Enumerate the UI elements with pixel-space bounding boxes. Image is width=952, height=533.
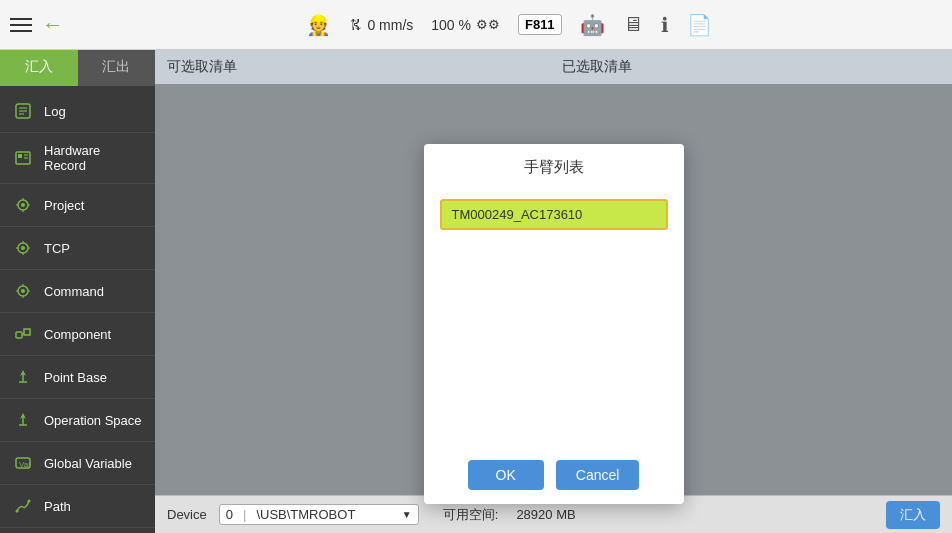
- sidebar-label-component: Component: [44, 327, 143, 342]
- sidebar-label-project: Project: [44, 198, 143, 213]
- svg-point-21: [21, 289, 25, 293]
- speed-display: ⛕ 0 mm/s: [349, 17, 413, 33]
- content-body: 手臂列表 TM000249_AC173610 OK Cancel: [155, 84, 952, 495]
- svg-point-35: [28, 500, 31, 503]
- point-base-icon: [12, 366, 34, 388]
- device-select[interactable]: 0 | \USB\TMROBOT ▼: [219, 504, 419, 525]
- sidebar-label-log: Log: [44, 104, 143, 119]
- sidebar-item-operation-space[interactable]: Operation Space: [0, 399, 155, 442]
- svg-point-34: [16, 510, 19, 513]
- sidebar-label-global-variable: Global Variable: [44, 456, 143, 471]
- sidebar-label-command: Command: [44, 284, 143, 299]
- space-label: 可用空间:: [443, 506, 499, 524]
- command-icon: [12, 280, 34, 302]
- sidebar: 汇入 汇出 Log Hardware Record Project: [0, 50, 155, 533]
- device-number: 0: [226, 507, 233, 522]
- upload-button[interactable]: 汇入: [886, 501, 940, 529]
- modal-footer: OK Cancel: [424, 450, 684, 504]
- svg-rect-26: [16, 332, 22, 338]
- log-icon: [12, 100, 34, 122]
- content-header: 可选取清单 已选取清单: [155, 50, 952, 84]
- project-icon: [12, 194, 34, 216]
- modal-overlay: 手臂列表 TM000249_AC173610 OK Cancel: [155, 84, 952, 495]
- sidebar-label-path: Path: [44, 499, 143, 514]
- f811-badge: F811: [518, 14, 562, 35]
- path-icon: [12, 495, 34, 517]
- selected-list-label: 已选取清单: [562, 58, 941, 76]
- available-list-label: 可选取清单: [167, 58, 546, 76]
- tab-import[interactable]: 汇入: [0, 50, 78, 86]
- settings-icon: ⚙⚙: [476, 17, 500, 32]
- tab-export[interactable]: 汇出: [78, 50, 156, 86]
- svg-point-9: [21, 203, 25, 207]
- sidebar-label-operation-space: Operation Space: [44, 413, 143, 428]
- dropdown-arrow-icon: ▼: [402, 509, 412, 520]
- component-icon: [12, 323, 34, 345]
- sidebar-label-point-base: Point Base: [44, 370, 143, 385]
- back-icon[interactable]: ←: [42, 12, 64, 38]
- content-area: 可选取清单 已选取清单 手臂列表 TM000249_AC173610 OK Ca…: [155, 50, 952, 533]
- sidebar-item-path[interactable]: Path: [0, 485, 155, 528]
- modal-ok-button[interactable]: OK: [468, 460, 544, 490]
- robot-status-icon: 👷: [306, 13, 331, 37]
- sidebar-label-hardware-record: Hardware Record: [44, 143, 143, 173]
- sidebar-label-tcp: TCP: [44, 241, 143, 256]
- menu-icon[interactable]: [10, 18, 32, 32]
- topbar: ← 👷 ⛕ 0 mm/s 100 % ⚙⚙ F811 🤖 🖥 ℹ 📄: [0, 0, 952, 50]
- modal-dialog: 手臂列表 TM000249_AC173610 OK Cancel: [424, 144, 684, 504]
- modal-title: 手臂列表: [424, 144, 684, 187]
- doc-icon: 📄: [687, 13, 712, 37]
- operation-space-icon: [12, 409, 34, 431]
- tcp-icon: [12, 237, 34, 259]
- sidebar-tabs: 汇入 汇出: [0, 50, 155, 86]
- speed-icon: ⛕: [349, 17, 362, 32]
- sidebar-item-global-variable[interactable]: Var Global Variable: [0, 442, 155, 485]
- global-variable-icon: Var: [12, 452, 34, 474]
- modal-body: TM000249_AC173610: [424, 187, 684, 450]
- sidebar-item-point-base[interactable]: Point Base: [0, 356, 155, 399]
- svg-text:Var: Var: [19, 460, 31, 469]
- svg-rect-5: [18, 154, 22, 158]
- sidebar-item-project[interactable]: Project: [0, 184, 155, 227]
- sidebar-item-tcp[interactable]: TCP: [0, 227, 155, 270]
- robot-arm-icon: 🤖: [580, 13, 605, 37]
- hardware-record-icon: [12, 147, 34, 169]
- sidebar-item-component[interactable]: Component: [0, 313, 155, 356]
- device-label: Device: [167, 507, 207, 522]
- modal-cancel-button[interactable]: Cancel: [556, 460, 640, 490]
- percent-display: 100 % ⚙⚙: [431, 17, 500, 33]
- sidebar-items: Log Hardware Record Project TCP: [0, 86, 155, 533]
- space-value: 28920 MB: [516, 507, 575, 522]
- sidebar-item-command[interactable]: Command: [0, 270, 155, 313]
- main-layout: 汇入 汇出 Log Hardware Record Project: [0, 50, 952, 533]
- modal-list-item[interactable]: TM000249_AC173610: [440, 199, 668, 230]
- sidebar-item-log[interactable]: Log: [0, 90, 155, 133]
- sidebar-item-hardware-record[interactable]: Hardware Record: [0, 133, 155, 184]
- info-icon: ℹ: [661, 13, 669, 37]
- svg-point-15: [21, 246, 25, 250]
- device-path: \USB\TMROBOT: [256, 507, 355, 522]
- monitor-icon: 🖥: [623, 13, 643, 36]
